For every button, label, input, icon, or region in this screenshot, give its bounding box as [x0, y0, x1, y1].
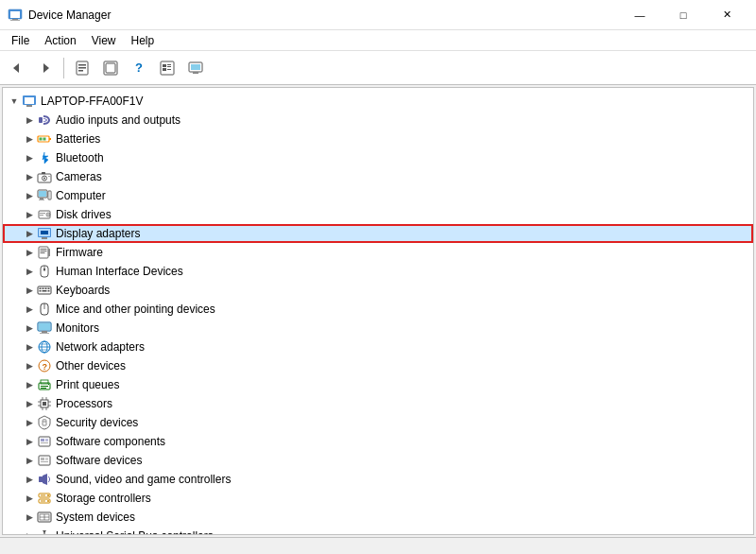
keyboards-expand-icon[interactable]: ▶ [22, 283, 37, 298]
device-button[interactable] [182, 56, 209, 80]
svg-rect-61 [48, 288, 50, 290]
usb-expand-icon[interactable]: ▶ [22, 528, 37, 535]
cameras-expand-icon[interactable]: ▶ [22, 169, 37, 184]
menu-view[interactable]: View [84, 32, 124, 49]
mice-expand-icon[interactable]: ▶ [22, 302, 37, 317]
usb-icon [37, 528, 52, 535]
forward-button[interactable] [32, 56, 59, 80]
bluetooth-expand-icon[interactable]: ▶ [22, 150, 37, 165]
tree-item-keyboards[interactable]: ▶ Keyboards [3, 281, 753, 300]
minimize-button[interactable]: — [618, 0, 662, 30]
sound-icon [37, 472, 52, 487]
svg-rect-64 [48, 290, 50, 292]
tree-item-network[interactable]: ▶ Network adapters [3, 338, 753, 356]
svg-rect-99 [41, 442, 48, 443]
tree-item-system[interactable]: ▶ System devices [3, 508, 753, 527]
svg-rect-39 [49, 192, 51, 199]
menu-help[interactable]: Help [124, 32, 163, 49]
menu-file[interactable]: File [4, 32, 37, 49]
svg-rect-35 [39, 191, 46, 197]
processors-expand-icon[interactable]: ▶ [22, 396, 37, 411]
mice-label: Mice and other pointing devices [56, 303, 215, 316]
tree-item-softdev[interactable]: ▶ Software devices [3, 451, 753, 470]
cameras-icon [37, 169, 52, 184]
details-button[interactable] [154, 56, 180, 80]
tree-item-processors[interactable]: ▶ Processors [3, 394, 753, 413]
update-button[interactable] [97, 56, 124, 80]
svg-rect-68 [44, 306, 48, 309]
computer-expand-icon[interactable]: ▶ [22, 188, 37, 203]
batteries-label: Batteries [56, 132, 100, 146]
mice-icon [37, 302, 52, 317]
sound-expand-icon[interactable]: ▶ [22, 472, 37, 487]
tree-item-sound[interactable]: ▶ Sound, video and game controllers [3, 470, 753, 489]
bluetooth-icon [37, 150, 52, 165]
svg-rect-37 [39, 199, 44, 200]
monitors-label: Monitors [56, 321, 99, 335]
svg-rect-62 [40, 290, 42, 292]
toolbar-separator-1 [63, 58, 64, 78]
svg-rect-19 [191, 64, 200, 70]
tree-item-display[interactable]: ▶ Display adapters [3, 224, 753, 243]
system-icon [37, 510, 52, 525]
help-button[interactable]: ? [126, 56, 152, 80]
maximize-button[interactable]: □ [662, 0, 705, 30]
softdev-label: Software devices [56, 454, 142, 467]
tree-item-cameras[interactable]: ▶ Cameras [3, 167, 753, 186]
svg-rect-44 [40, 215, 43, 216]
svg-point-31 [43, 178, 45, 180]
processors-label: Processors [56, 397, 112, 410]
tree-item-usb[interactable]: ▶ Universal Serial Bus controllers [3, 527, 753, 535]
print-expand-icon[interactable]: ▶ [22, 377, 37, 392]
softdev-expand-icon[interactable]: ▶ [22, 453, 37, 468]
softcomp-expand-icon[interactable]: ▶ [22, 434, 37, 449]
tree-item-audio[interactable]: ▶ Audio inputs and outputs [3, 111, 753, 130]
keyboards-icon [37, 283, 52, 298]
tree-item-hid[interactable]: ▶ Human Interface Devices [3, 262, 753, 281]
svg-rect-24 [39, 117, 43, 123]
properties-button[interactable] [69, 56, 95, 80]
tree-item-softcomp[interactable]: ▶ Software components [3, 432, 753, 451]
tree-item-disk[interactable]: ▶ Disk drives [3, 205, 753, 224]
storage-expand-icon[interactable]: ▶ [22, 491, 37, 506]
tree-item-mice[interactable]: ▶ Mice and other pointing devices [3, 300, 753, 319]
batteries-expand-icon[interactable]: ▶ [22, 131, 37, 147]
tree-item-bluetooth[interactable]: ▶ Bluetooth [3, 148, 753, 167]
tree-item-computer[interactable]: ▶ Computer [3, 186, 753, 205]
back-button[interactable] [4, 56, 30, 80]
monitors-expand-icon[interactable]: ▶ [22, 320, 37, 336]
svg-marker-4 [13, 63, 19, 73]
network-expand-icon[interactable]: ▶ [22, 339, 37, 355]
root-expand-icon[interactable]: ▼ [7, 94, 22, 109]
close-button[interactable]: ✕ [705, 0, 748, 30]
tree-item-batteries[interactable]: ▶ Batteries [3, 130, 753, 148]
display-icon [37, 226, 52, 241]
tree-item-storage[interactable]: ▶ Storage controllers [3, 489, 753, 508]
tree-item-firmware[interactable]: ▶ Firmware [3, 243, 753, 262]
tree-item-other[interactable]: ▶ ? Other devices [3, 356, 753, 375]
disk-label: Disk drives [56, 208, 112, 221]
hid-icon [37, 264, 52, 279]
audio-expand-icon[interactable]: ▶ [22, 113, 37, 128]
firmware-expand-icon[interactable]: ▶ [22, 245, 37, 260]
tree-root[interactable]: ▼ LAPTOP-FFA00F1V [3, 92, 753, 111]
tree-item-print[interactable]: ▶ Print queues [3, 375, 753, 394]
app-icon [8, 8, 23, 23]
hid-expand-icon[interactable]: ▶ [22, 264, 37, 279]
other-expand-icon[interactable]: ▶ [22, 358, 37, 373]
tree-item-security[interactable]: ▶ Security devices [3, 413, 753, 432]
system-label: System devices [56, 511, 135, 524]
svg-point-107 [47, 494, 49, 496]
main-content[interactable]: ▼ LAPTOP-FFA00F1V ▶ Audio inputs and [2, 87, 754, 535]
svg-text:?: ? [43, 362, 48, 372]
svg-rect-36 [40, 198, 43, 199]
tree-item-monitors[interactable]: ▶ Monitors [3, 319, 753, 338]
system-expand-icon[interactable]: ▶ [22, 510, 37, 525]
svg-rect-7 [78, 64, 86, 66]
display-expand-icon[interactable]: ▶ [22, 226, 37, 241]
security-expand-icon[interactable]: ▶ [22, 415, 37, 430]
disk-expand-icon[interactable]: ▶ [22, 207, 37, 222]
hid-label: Human Interface Devices [56, 265, 183, 278]
menu-action[interactable]: Action [37, 32, 83, 49]
monitors-icon [37, 320, 52, 336]
